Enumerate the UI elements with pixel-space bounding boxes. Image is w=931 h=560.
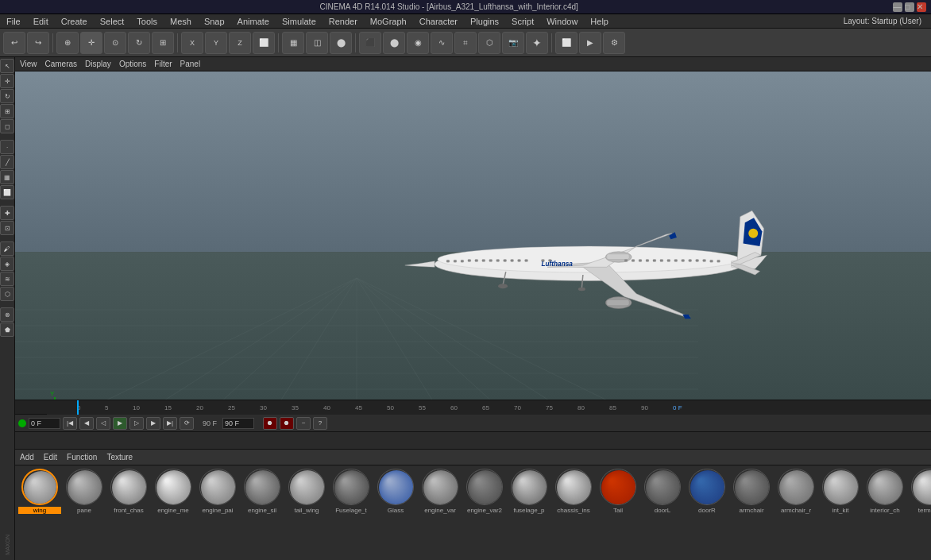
nurbs-button[interactable]: ⌗: [454, 32, 477, 54]
render-settings-button[interactable]: ⚙: [603, 32, 625, 54]
mat-item-20[interactable]: terminal: [908, 469, 931, 514]
lt-snap[interactable]: ⊡: [0, 221, 14, 235]
spline-button[interactable]: ∿: [431, 32, 453, 54]
lt-hair[interactable]: ≋: [0, 272, 14, 286]
sphere-button[interactable]: ⬤: [383, 32, 405, 54]
light-button[interactable]: ✦: [526, 32, 548, 54]
lt-axis[interactable]: ✚: [0, 206, 14, 220]
menu-mesh[interactable]: Mesh: [167, 16, 195, 27]
motion-btn[interactable]: ~: [296, 417, 311, 430]
model-mode-button[interactable]: X: [181, 32, 203, 54]
mat-item-19[interactable]: interior_ch: [863, 469, 906, 514]
mat-item-3[interactable]: engine_me: [152, 469, 195, 514]
lt-uv[interactable]: ⬜: [0, 185, 14, 199]
timeline-button[interactable]: ◫: [306, 32, 328, 54]
move-tool-button[interactable]: ✛: [80, 32, 102, 54]
maximize-button[interactable]: □: [905, 2, 914, 12]
mat-item-5[interactable]: engine_sil: [241, 469, 284, 514]
cylinder-button[interactable]: ◉: [407, 32, 429, 54]
lt-pts[interactable]: ·: [0, 140, 14, 154]
lt-rig[interactable]: ⊗: [0, 307, 14, 322]
mat-item-15[interactable]: doorR: [686, 469, 728, 514]
current-frame-field[interactable]: [29, 418, 60, 429]
help-btn[interactable]: ?: [313, 417, 327, 430]
camera-button[interactable]: 📷: [502, 32, 524, 54]
lt-edge[interactable]: ╱: [0, 155, 14, 169]
lt-extra[interactable]: ⬟: [0, 322, 14, 337]
autokey-btn[interactable]: ⏺: [280, 417, 294, 430]
menu-animate[interactable]: Animate: [234, 16, 272, 27]
lt-move[interactable]: ✛: [0, 74, 14, 88]
material-button[interactable]: ⬜: [555, 32, 578, 54]
scale-tool-button[interactable]: ⊙: [104, 32, 126, 54]
mat-item-0[interactable]: wing: [18, 469, 61, 514]
redo-button[interactable]: ↪: [27, 32, 49, 54]
lt-select[interactable]: ↖: [0, 59, 14, 73]
lt-paint[interactable]: 🖌: [0, 241, 14, 256]
menu-character[interactable]: Character: [416, 16, 461, 27]
menu-select[interactable]: Select: [97, 16, 128, 27]
mat-item-1[interactable]: pane: [63, 469, 106, 514]
end-frame-field[interactable]: [222, 418, 254, 429]
mat-menu-add[interactable]: Add: [20, 453, 34, 462]
menu-tools[interactable]: Tools: [133, 16, 160, 27]
lt-poly[interactable]: ▦: [0, 170, 14, 184]
transform-tool-button[interactable]: ⊞: [152, 32, 174, 54]
vp-menu-display[interactable]: Display: [85, 60, 111, 68]
mat-menu-edit[interactable]: Edit: [44, 453, 57, 462]
mat-item-4[interactable]: engine_pai: [196, 469, 239, 514]
menu-file[interactable]: File: [3, 16, 24, 27]
goto-start-button[interactable]: |◀: [63, 417, 77, 430]
menu-script[interactable]: Script: [508, 16, 537, 27]
menu-simulate[interactable]: Simulate: [279, 16, 319, 27]
mat-item-17[interactable]: armchair_r: [775, 469, 817, 514]
rotate-tool-button[interactable]: ↻: [128, 32, 150, 54]
mat-item-7[interactable]: Fuselage_t: [330, 469, 373, 514]
viewport[interactable]: Perspective: [15, 71, 931, 400]
uv-mode-button[interactable]: ⬜: [253, 32, 275, 54]
vp-menu-panel[interactable]: Panel: [180, 60, 201, 68]
lt-scale[interactable]: ⊞: [0, 104, 14, 118]
frame-button[interactable]: ▦: [282, 32, 304, 54]
goto-end-button[interactable]: ▶|: [163, 417, 177, 430]
lt-sculpt[interactable]: ◈: [0, 257, 14, 271]
menu-edit[interactable]: Edit: [30, 16, 52, 27]
mat-item-10[interactable]: engine_var2: [463, 469, 506, 514]
vp-menu-options[interactable]: Options: [119, 60, 146, 68]
menu-mograph[interactable]: MoGraph: [367, 16, 410, 27]
menu-help[interactable]: Help: [587, 16, 612, 27]
cube-button[interactable]: ⬛: [359, 32, 381, 54]
menu-render[interactable]: Render: [326, 16, 361, 27]
mat-menu-texture[interactable]: Texture: [106, 453, 133, 462]
prev-key-button[interactable]: ◁: [96, 417, 110, 430]
render-preview-button[interactable]: ▶: [579, 32, 601, 54]
mat-item-9[interactable]: engine_var: [419, 469, 462, 514]
mat-item-11[interactable]: fuselage_p: [508, 469, 550, 514]
mat-menu-function[interactable]: Function: [67, 453, 97, 462]
mat-item-18[interactable]: int_kit: [819, 469, 862, 514]
select-tool-button[interactable]: ⊕: [56, 32, 79, 54]
play-button[interactable]: ▶: [113, 417, 127, 430]
lt-model[interactable]: ◻: [0, 119, 14, 133]
vp-menu-view[interactable]: View: [20, 60, 37, 68]
mat-item-6[interactable]: tail_wing: [285, 469, 328, 514]
lt-texture[interactable]: ⬡: [0, 287, 14, 301]
minimize-button[interactable]: —: [893, 2, 902, 12]
record-btn[interactable]: ⏺: [263, 417, 277, 430]
deformer-button[interactable]: ⬡: [478, 32, 500, 54]
record-button[interactable]: ⬤: [330, 32, 352, 54]
next-key-button[interactable]: ▷: [129, 417, 144, 430]
mat-item-14[interactable]: doorL: [641, 469, 684, 514]
mat-item-12[interactable]: chassis_ins: [552, 469, 595, 514]
menu-snap[interactable]: Snap: [201, 16, 228, 27]
vp-menu-filter[interactable]: Filter: [154, 60, 172, 68]
poly-mode-button[interactable]: Y: [205, 32, 227, 54]
loop-button[interactable]: ⟳: [180, 417, 194, 430]
close-button[interactable]: ✕: [917, 2, 926, 12]
mat-item-2[interactable]: front_chas: [107, 469, 150, 514]
next-frame-button[interactable]: ▶: [146, 417, 160, 430]
vp-menu-cameras[interactable]: Cameras: [45, 60, 78, 68]
lt-rotate[interactable]: ↻: [0, 89, 14, 103]
edge-mode-button[interactable]: Z: [229, 32, 251, 54]
undo-button[interactable]: ↩: [3, 32, 25, 54]
